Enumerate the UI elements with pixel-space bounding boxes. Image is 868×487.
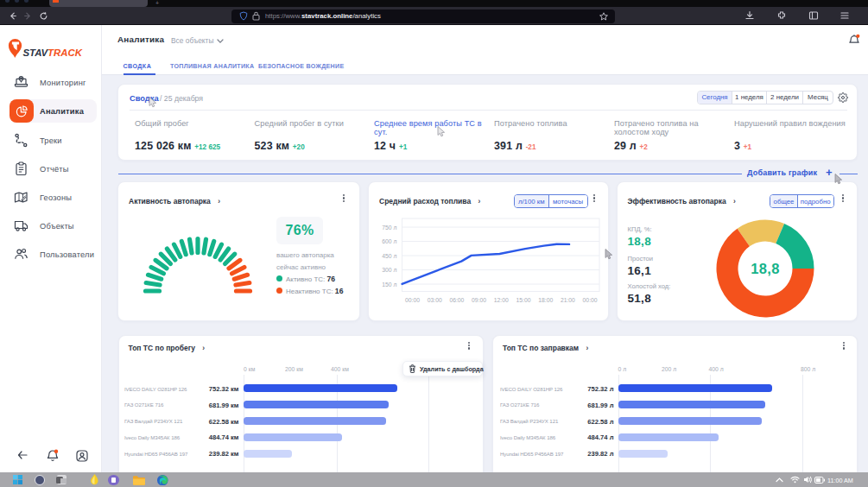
svg-text:150 л: 150 л [382, 281, 396, 288]
svg-text:00:00: 00:00 [582, 297, 597, 303]
svg-text:750 л: 750 л [382, 225, 396, 231]
svg-text:09:00: 09:00 [472, 297, 486, 303]
svg-text:18:00: 18:00 [538, 297, 553, 303]
svg-text:STAV: STAV [23, 47, 49, 58]
svg-text:06:00: 06:00 [449, 297, 464, 303]
svg-text:600 л: 600 л [382, 238, 396, 244]
svg-text:03:00: 03:00 [427, 297, 441, 303]
svg-text:21:00: 21:00 [560, 297, 574, 303]
svg-text:300 л: 300 л [382, 267, 396, 273]
svg-text:15:00: 15:00 [516, 297, 530, 303]
svg-text:12:00: 12:00 [493, 297, 508, 303]
svg-text:18,8: 18,8 [751, 261, 779, 276]
svg-text:00:00: 00:00 [404, 297, 419, 303]
svg-text:TRACK: TRACK [48, 47, 83, 58]
svg-text:450 л: 450 л [382, 253, 396, 259]
